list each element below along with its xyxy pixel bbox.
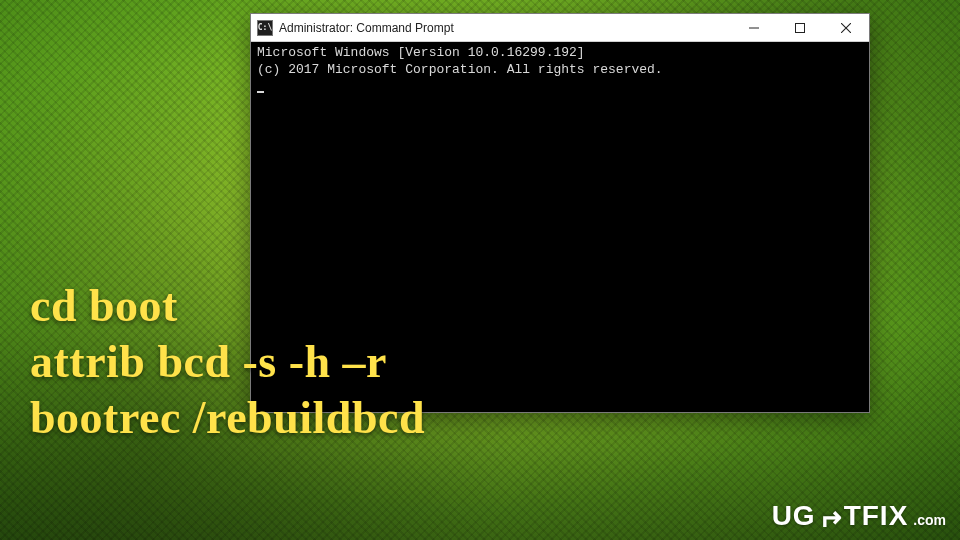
window-controls [731, 14, 869, 41]
enter-arrow-icon: ↵ [818, 504, 842, 532]
overlay-cmd-2: attrib bcd -s -h –r [30, 334, 425, 390]
terminal-line-version: Microsoft Windows [Version 10.0.16299.19… [257, 45, 585, 60]
overlay-commands: cd boot attrib bcd -s -h –r bootrec /reb… [30, 278, 425, 446]
close-button[interactable] [823, 14, 869, 41]
watermark-logo: UG↵TFIX.com [772, 502, 946, 530]
svg-rect-0 [796, 23, 805, 32]
minimize-button[interactable] [731, 14, 777, 41]
watermark-tld: .com [913, 513, 946, 530]
cmd-icon: C:\ [257, 20, 273, 36]
titlebar[interactable]: C:\ Administrator: Command Prompt [251, 14, 869, 42]
window-title: Administrator: Command Prompt [279, 21, 454, 35]
overlay-cmd-3: bootrec /rebuildbcd [30, 390, 425, 446]
overlay-cmd-1: cd boot [30, 278, 425, 334]
terminal-caret [257, 79, 264, 93]
watermark-part1: UG [772, 502, 816, 530]
maximize-button[interactable] [777, 14, 823, 41]
watermark-part2: TFIX [844, 502, 909, 530]
terminal-line-copyright: (c) 2017 Microsoft Corporation. All righ… [257, 62, 663, 77]
